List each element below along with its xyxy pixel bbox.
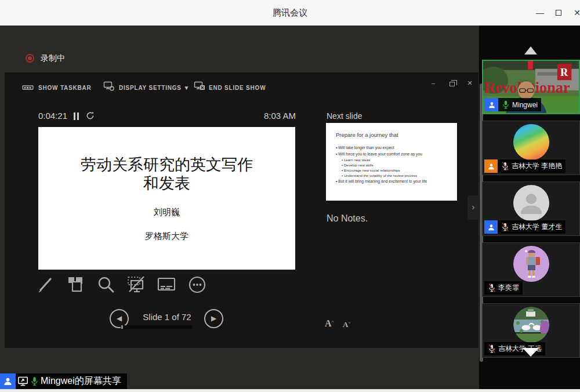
restart-timer-button[interactable] — [86, 111, 95, 120]
screen-share-icon — [17, 376, 28, 386]
shared-screen-area: 录制中 SHOW TASKBAR DISPLAY SETTINGS ▼ EN — [0, 26, 479, 389]
participant-tile[interactable]: R Revolutionar Mingwei — [482, 60, 580, 114]
next-slide-bullet: • Encourage new social relationships — [342, 168, 451, 173]
share-banner-text: Mingwei的屏幕共享 — [41, 375, 121, 387]
next-slide-label: Next slide — [327, 111, 362, 121]
more-options-button[interactable] — [187, 274, 207, 295]
next-slide-bullet: • Will take longer than you expect — [336, 144, 451, 151]
participant-label: 吉林大学 董才生 — [484, 220, 566, 234]
share-bar: Mingwei的屏幕共享 — [16, 373, 127, 389]
screen-share-banner: Mingwei的屏幕共享 — [0, 373, 127, 389]
window-title: 腾讯会议 — [0, 0, 580, 26]
next-slide-button[interactable]: ▶ — [204, 309, 223, 328]
participant-label: 李奕霏 — [484, 281, 523, 295]
decrease-font-button[interactable]: A˅ — [343, 320, 350, 329]
recording-icon — [26, 54, 34, 63]
see-all-slides-button[interactable] — [66, 274, 86, 295]
progress-tick — [121, 325, 123, 329]
notes-text: No Notes. — [327, 213, 368, 224]
participant-label: 吉林大学 李艳艳 — [484, 159, 566, 173]
next-slide-bullet: • Develop new skills — [342, 162, 451, 168]
mic-muted-icon — [500, 161, 510, 171]
title-bar: 腾讯会议 — ✕ — [0, 0, 580, 26]
participant-name: Mingwei — [512, 101, 538, 109]
meeting-window: 腾讯会议 — ✕ 录制中 SHOW TASKBAR DISPLAY SETTIN… — [0, 0, 580, 392]
participant-name: 吉林大学 董才生 — [512, 222, 562, 232]
maximize-icon — [556, 10, 561, 16]
recording-label: 录制中 — [41, 53, 65, 64]
expand-panel-button[interactable]: › — [467, 195, 479, 220]
participant-name: 吉林大学 李艳艳 — [512, 161, 562, 171]
mic-on-icon — [30, 376, 39, 386]
restore-icon — [449, 82, 455, 86]
next-slide-bullet: • Learn new ideas — [342, 157, 451, 162]
close-button[interactable]: ✕ — [571, 7, 580, 19]
window-bottom-edge — [0, 389, 580, 392]
svg-text:R: R — [560, 66, 568, 78]
slide-title: 劳动关系研究的英文写作 和发表 — [38, 156, 295, 193]
current-slide[interactable]: 劳动关系研究的英文写作 和发表 刘明巍 罗格斯大学 — [38, 127, 295, 270]
person-icon — [3, 376, 13, 386]
pv-restore-button[interactable] — [446, 78, 458, 88]
end-slide-show-button[interactable]: END SLIDE SHOW — [209, 85, 266, 91]
show-taskbar-button[interactable]: SHOW TASKBAR — [38, 85, 92, 91]
next-slide-title: Prepare for a journey that — [336, 132, 451, 138]
next-slide-bullets: • Will take longer than you expect• Will… — [336, 144, 451, 184]
mic-on-icon — [501, 100, 510, 110]
role-badge — [484, 159, 498, 173]
slide-progress-bar[interactable] — [121, 325, 192, 329]
next-slide-preview[interactable]: Prepare for a journey that • Will take l… — [326, 123, 457, 201]
zoom-slide-button[interactable] — [96, 274, 116, 295]
pv-close-button[interactable]: ✕ — [464, 78, 476, 88]
next-slide-bullet: • Will force you to leave your comfort z… — [336, 151, 451, 157]
increase-font-button[interactable]: A˄ — [325, 318, 334, 329]
timer-elapsed: 0:04:21 — [38, 111, 67, 121]
mic-muted-icon — [500, 222, 510, 232]
scroll-up-icon[interactable] — [524, 46, 537, 55]
clock-time: 8:03 AM — [225, 111, 296, 121]
display-settings-icon — [103, 81, 115, 91]
maximize-button[interactable] — [552, 7, 565, 19]
black-screen-button[interactable] — [126, 274, 146, 295]
pause-timer-button[interactable] — [73, 112, 80, 120]
participant-tile[interactable]: 吉林大学 董才生 — [482, 182, 580, 236]
participant-sidebar: R Revolutionar Mingwei 吉林大学 李艳艳 吉林大学 董才生 — [479, 26, 580, 389]
slide-affiliation: 罗格斯大学 — [38, 231, 295, 242]
role-badge — [484, 220, 498, 234]
sharer-badge — [0, 373, 16, 389]
role-badge — [485, 98, 498, 111]
presenter-view-window: SHOW TASKBAR DISPLAY SETTINGS ▼ END SLID… — [5, 72, 478, 348]
minimize-button[interactable]: — — [534, 7, 546, 19]
slide-author: 刘明巍 — [38, 207, 295, 218]
end-slide-show-icon — [194, 81, 205, 91]
next-slide-bullet: • But it will bring meaning and exciteme… — [336, 178, 451, 184]
pen-tool-button[interactable] — [36, 274, 56, 295]
participant-label: Mingwei — [485, 98, 541, 111]
mic-muted-icon — [487, 283, 496, 293]
scroll-down-icon[interactable] — [523, 348, 539, 357]
slide-counter: Slide 1 of 72 — [133, 312, 201, 322]
subtitles-button[interactable] — [157, 274, 176, 295]
display-settings-button[interactable]: DISPLAY SETTINGS ▼ — [119, 85, 190, 91]
taskbar-icon — [22, 81, 34, 90]
next-slide-bullet: • Understand the volatility of the revie… — [342, 173, 451, 178]
participant-tile[interactable]: 李奕霏 — [482, 242, 580, 297]
participant-tile[interactable]: 吉林大学 李艳艳 — [482, 121, 580, 175]
participant-name: 李奕霏 — [498, 283, 519, 293]
pv-minimize-button[interactable]: – — [427, 78, 439, 88]
mic-muted-icon — [487, 344, 496, 354]
